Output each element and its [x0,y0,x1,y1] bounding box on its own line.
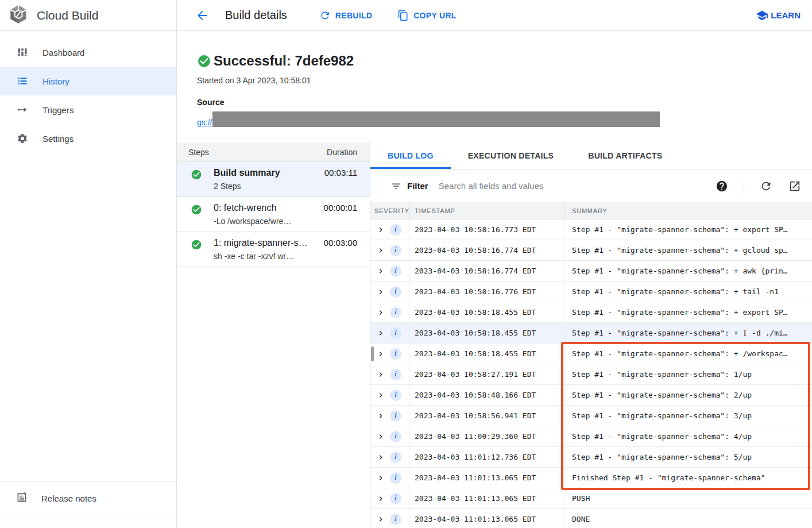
app-title: Cloud Build [37,9,98,22]
log-summary: Step #1 - "migrate-spanner-schema": 1/up [572,370,752,379]
log-timestamp: 2023-04-03 10:58:16.774 EDT [415,246,536,255]
release-notes-item[interactable]: Release notes [0,481,176,515]
chevron-right-icon[interactable] [376,349,385,359]
steps-panel-header: Steps Duration [177,142,370,162]
back-arrow-icon[interactable] [194,7,210,24]
info-severity-icon: i [390,390,401,401]
log-row[interactable]: i 2023-04-03 11:01:13.065 EDT DONE [370,509,812,528]
log-row[interactable]: i 2023-04-03 10:58:18.455 EDT Step #1 - … [370,302,812,323]
sidebar-item-label: History [42,76,69,86]
rebuild-label: REBUILD [335,11,372,20]
success-check-icon [197,54,211,68]
sidebar-item-settings[interactable]: Settings [0,124,176,153]
build-status-title: Successful: 7defe982 [214,53,354,69]
tab-execution-details[interactable]: EXECUTION DETAILS [451,142,571,169]
step-row-migrate-spanner[interactable]: 1: migrate-spanner-s… sh -xe -c tar -xzv… [177,232,370,267]
chevron-right-icon[interactable] [376,453,385,462]
info-severity-icon: i [390,307,401,318]
log-row[interactable]: i 2023-04-03 10:58:16.774 EDT Step #1 - … [370,261,812,282]
copy-icon [397,10,409,21]
chevron-right-icon[interactable] [376,370,385,379]
triggers-arrow-icon [16,103,29,116]
log-timestamp: 2023-04-03 10:58:18.455 EDT [415,329,536,337]
log-summary: Step #1 - "migrate-spanner-schema": + /w… [572,349,788,358]
chevron-right-icon[interactable] [376,287,385,296]
product-header: Cloud Build [0,0,177,30]
log-row[interactable]: i 2023-04-03 11:01:13.065 EDT PUSH [370,488,812,509]
log-summary: PUSH [572,494,590,503]
info-severity-icon: i [390,265,401,277]
filter-label: Filter [391,181,428,191]
log-row[interactable]: i 2023-04-03 10:58:18.455 EDT Step #1 - … [370,344,812,364]
chevron-right-icon[interactable] [376,473,385,483]
sidebar: Dashboard History Triggers [0,31,177,528]
sidebar-item-history[interactable]: History [0,67,176,95]
page-header: Build details REBUILD COPY URL LEARN [177,0,812,30]
log-summary: Step #1 - "migrate-spanner-schema": + gc… [572,246,788,255]
step-title: Build summary [214,168,280,178]
source-link[interactable]: gs:// [197,118,212,127]
step-title: 0: fetch-wrench [214,203,291,213]
step-row-fetch-wrench[interactable]: 0: fetch-wrench -Lo /workspace/wre… 00:0… [177,197,370,232]
search-input[interactable] [439,181,715,191]
learn-button[interactable]: LEARN [756,9,801,22]
step-title: 1: migrate-spanner-s… [214,238,308,248]
rebuild-button[interactable]: REBUILD [319,10,372,21]
help-icon[interactable] [715,179,729,193]
chevron-right-icon[interactable] [376,494,385,503]
log-row[interactable]: i 2023-04-03 10:58:16.776 EDT Step #1 - … [370,282,812,302]
copy-url-button[interactable]: COPY URL [397,10,457,21]
main-content: Successful: 7defe982 Started on 3 Apr 20… [177,31,812,528]
log-row[interactable]: i 2023-04-03 11:01:13.065 EDT Finished S… [370,468,812,488]
severity-column-header: SEVERITY [370,202,409,219]
log-summary: Step #1 - "migrate-spanner-schema": 4/up [572,432,752,441]
tab-build-log[interactable]: BUILD LOG [370,142,451,169]
log-row[interactable]: i 2023-04-03 10:58:27.191 EDT Step #1 - … [370,364,812,385]
log-row[interactable]: i 2023-04-03 10:58:16.773 EDT Step #1 - … [370,219,812,240]
step-duration: 00:00:01 [319,203,357,226]
chevron-right-icon[interactable] [376,329,385,338]
build-start-time: Started on 3 Apr 2023, 10:58:01 [197,76,812,85]
log-summary: DONE [572,515,590,523]
log-timestamp: 2023-04-03 11:01:12.736 EDT [415,453,536,461]
log-table-header: SEVERITY TIMESTAMP SUMMARY [370,202,812,219]
refresh-logs-icon[interactable] [759,179,773,193]
log-row[interactable]: i 2023-04-03 11:00:29.360 EDT Step #1 - … [370,426,812,447]
divider [744,178,744,195]
log-summary: Step #1 - "migrate-spanner-schema": + aw… [572,267,788,275]
redacted-source-path [212,111,660,127]
log-row[interactable]: i 2023-04-03 10:58:18.455 EDT Step #1 - … [370,323,812,344]
log-row[interactable]: i 2023-04-03 10:58:56.941 EDT Step #1 - … [370,406,812,426]
sidebar-item-triggers[interactable]: Triggers [0,95,176,124]
log-row[interactable]: i 2023-04-03 10:58:16.774 EDT Step #1 - … [370,240,812,261]
learn-label: LEARN [771,10,801,20]
chevron-right-icon[interactable] [376,246,385,255]
log-row[interactable]: i 2023-04-03 10:58:48.166 EDT Step #1 - … [370,385,812,406]
open-in-new-icon[interactable] [788,179,802,193]
steps-panel: Steps Duration Build summary 2 Steps 00:… [177,142,370,528]
timestamp-column-header: TIMESTAMP [409,202,564,219]
log-summary: Step #1 - "migrate-spanner-schema": 5/up [572,453,752,461]
chevron-right-icon[interactable] [376,267,385,276]
log-timestamp: 2023-04-03 10:58:18.455 EDT [415,349,536,358]
sidebar-item-label: Dashboard [42,48,84,57]
step-success-icon [191,169,202,180]
log-timestamp: 2023-04-03 11:01:13.065 EDT [415,515,536,523]
sidebar-item-label: Settings [42,134,74,144]
step-duration: 00:03:00 [319,238,357,261]
chevron-right-icon[interactable] [376,515,385,524]
tab-build-artifacts[interactable]: BUILD ARTIFACTS [571,142,679,169]
chevron-right-icon[interactable] [376,308,385,317]
chevron-right-icon[interactable] [376,432,385,441]
info-severity-icon: i [390,452,401,463]
chevron-right-icon[interactable] [376,391,385,400]
chevron-right-icon[interactable] [376,225,385,234]
build-summary-header: Successful: 7defe982 Started on 3 Apr 20… [177,31,812,142]
info-severity-icon: i [390,493,401,504]
sidebar-item-dashboard[interactable]: Dashboard [0,38,176,67]
step-row-build-summary[interactable]: Build summary 2 Steps 00:03:11 [177,162,370,197]
graduation-cap-icon [756,9,768,22]
log-row[interactable]: i 2023-04-03 11:01:12.736 EDT Step #1 - … [370,447,812,468]
info-severity-icon: i [390,327,401,339]
chevron-right-icon[interactable] [376,411,385,421]
